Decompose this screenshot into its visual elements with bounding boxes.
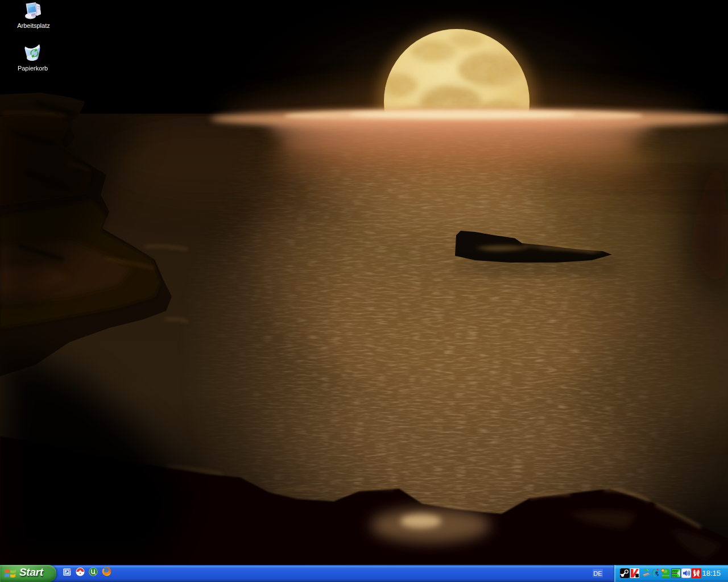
svg-text:DSL: DSL — [672, 574, 678, 577]
svg-text:PPP: PPP — [672, 569, 678, 573]
